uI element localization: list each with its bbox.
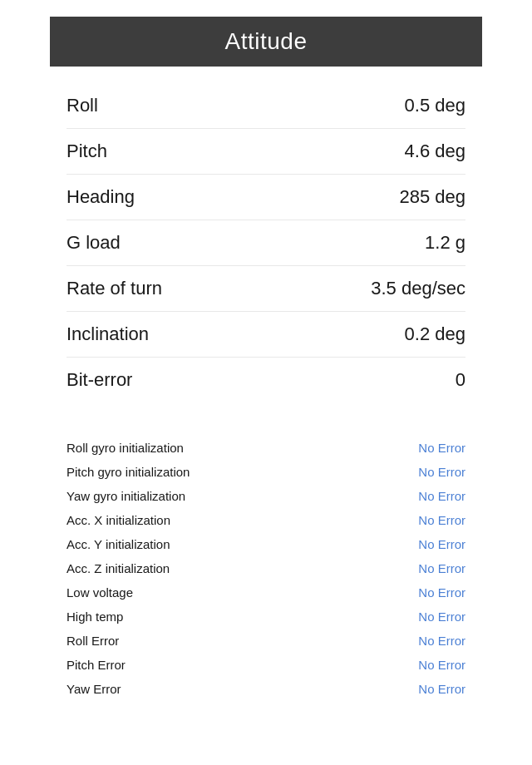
status-row-label: Pitch Error xyxy=(66,658,126,672)
status-row-label: Yaw gyro initialization xyxy=(66,489,185,503)
data-row: G load1.2 g xyxy=(66,220,466,266)
status-row-label: Pitch gyro initialization xyxy=(66,465,190,479)
data-row-value: 285 deg xyxy=(399,186,466,208)
data-row-label: G load xyxy=(66,232,121,254)
status-row-label: Acc. Y initialization xyxy=(66,537,170,551)
status-row-value: No Error xyxy=(418,682,466,696)
data-row: Pitch4.6 deg xyxy=(66,129,466,175)
status-row-value: No Error xyxy=(418,441,466,455)
main-data-section: Roll0.5 degPitch4.6 degHeading285 degG l… xyxy=(0,67,532,411)
status-row: Acc. X initializationNo Error xyxy=(66,508,466,532)
data-row-value: 4.6 deg xyxy=(405,141,466,162)
status-row-label: Low voltage xyxy=(66,585,133,600)
status-row-value: No Error xyxy=(418,610,466,624)
status-row: Pitch gyro initializationNo Error xyxy=(66,460,466,484)
status-row: Pitch ErrorNo Error xyxy=(66,653,466,677)
section-divider xyxy=(0,411,532,427)
data-row-label: Rate of turn xyxy=(66,278,162,299)
status-row-label: High temp xyxy=(66,610,123,624)
status-row-value: No Error xyxy=(418,585,466,600)
status-row: Low voltageNo Error xyxy=(66,580,466,605)
data-row-label: Pitch xyxy=(66,141,107,162)
status-row-label: Roll gyro initialization xyxy=(66,441,184,455)
data-row-label: Bit-error xyxy=(66,369,132,391)
status-row-label: Yaw Error xyxy=(66,682,121,696)
status-row-value: No Error xyxy=(418,513,466,527)
status-row: Yaw ErrorNo Error xyxy=(66,677,466,701)
status-row: Acc. Z initializationNo Error xyxy=(66,556,466,580)
status-row: Acc. Y initializationNo Error xyxy=(66,532,466,556)
status-row: High tempNo Error xyxy=(66,605,466,629)
data-row-label: Heading xyxy=(66,186,135,208)
data-row: Rate of turn3.5 deg/sec xyxy=(66,266,466,312)
status-row-value: No Error xyxy=(418,634,466,648)
data-row-label: Inclination xyxy=(66,323,149,345)
page-header: Attitude xyxy=(50,17,482,67)
status-row-value: No Error xyxy=(418,489,466,503)
status-row-value: No Error xyxy=(418,537,466,551)
status-row-value: No Error xyxy=(418,561,466,575)
status-section: Roll gyro initializationNo ErrorPitch gy… xyxy=(0,427,532,718)
data-row-value: 1.2 g xyxy=(425,232,466,254)
page-title: Attitude xyxy=(225,28,308,54)
data-row-label: Roll xyxy=(66,95,98,116)
data-row-value: 0.5 deg xyxy=(405,95,466,116)
data-row-value: 0 xyxy=(456,369,466,391)
status-row-value: No Error xyxy=(418,658,466,672)
status-row-label: Roll Error xyxy=(66,634,119,648)
data-row: Heading285 deg xyxy=(66,175,466,220)
status-row-label: Acc. X initialization xyxy=(66,513,170,527)
data-row-value: 3.5 deg/sec xyxy=(371,278,466,299)
status-row: Yaw gyro initializationNo Error xyxy=(66,484,466,508)
data-row: Roll0.5 deg xyxy=(66,83,466,129)
status-row-label: Acc. Z initialization xyxy=(66,561,170,575)
status-row-value: No Error xyxy=(418,465,466,479)
data-row-value: 0.2 deg xyxy=(405,323,466,345)
data-row: Inclination0.2 deg xyxy=(66,312,466,358)
status-row: Roll ErrorNo Error xyxy=(66,629,466,653)
data-row: Bit-error0 xyxy=(66,358,466,402)
status-row: Roll gyro initializationNo Error xyxy=(66,436,466,460)
